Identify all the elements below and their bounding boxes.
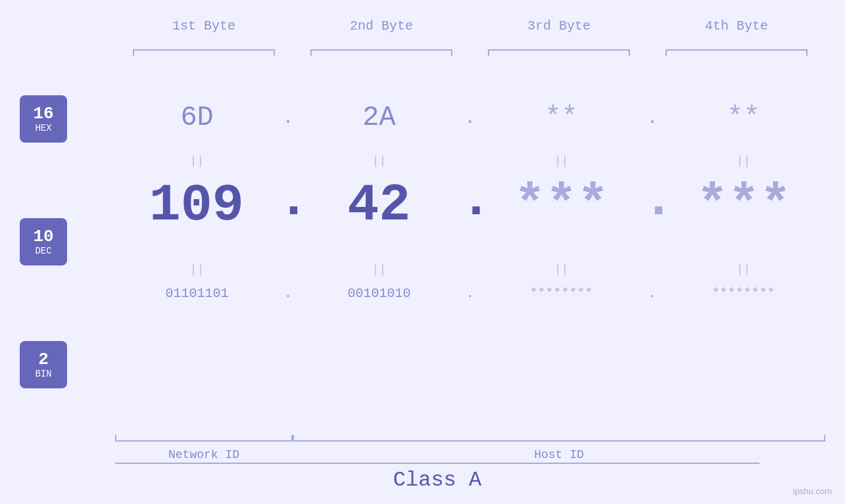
eq-1-2: || <box>297 154 461 168</box>
network-id-label: Network ID <box>115 448 293 461</box>
host-id-label: Host ID <box>293 448 825 461</box>
dec-label: DEC <box>35 246 51 256</box>
class-container: Class A <box>115 463 760 492</box>
eq-1-3: || <box>479 154 643 168</box>
eq-sym-1: || <box>190 154 205 168</box>
dec-cell-1: 109 <box>115 179 278 232</box>
bracket-3 <box>470 49 648 56</box>
bin-label: BIN <box>35 369 51 379</box>
byte-header-1: 1st Byte <box>115 18 293 34</box>
eq-1-4: || <box>662 154 825 168</box>
eq-1-1: || <box>115 154 279 168</box>
id-labels: Network ID Host ID <box>115 448 825 461</box>
hex-cell-4: ** <box>662 102 825 133</box>
bin-num: 2 <box>38 350 49 369</box>
network-bracket <box>115 435 293 442</box>
rows-container: 6D . 2A . ** . ** || || <box>115 72 825 438</box>
bracket-4 <box>648 49 825 56</box>
bin-dot-1: . <box>279 286 297 301</box>
eq-2-3: || <box>479 263 643 276</box>
base-labels: 16 HEX 10 DEC 2 BIN <box>20 95 67 388</box>
dec-val-1: 109 <box>149 179 244 232</box>
bin-cell-1: 01101101 <box>115 286 279 301</box>
dec-cell-2: 42 <box>298 179 461 232</box>
bracket-1 <box>115 49 293 56</box>
main-container: 1st Byte 2nd Byte 3rd Byte 4th Byte 16 H… <box>0 0 845 504</box>
hex-val-4: ** <box>727 102 760 133</box>
eq-sym-3: || <box>554 154 569 168</box>
hex-val-2: 2A <box>362 102 395 133</box>
bin-val-2: 00101010 <box>348 286 411 301</box>
dec-val-3: *** <box>514 179 609 232</box>
bin-dot-2: . <box>461 286 479 301</box>
hex-cell-2: 2A <box>297 102 461 133</box>
hex-num: 16 <box>33 104 53 124</box>
byte-header-3: 3rd Byte <box>470 18 648 34</box>
byte-header-2: 2nd Byte <box>293 18 470 34</box>
eq-row-2: || || || || <box>115 263 825 276</box>
dec-row: 109 . 42 . *** . *** <box>115 174 825 232</box>
class-label: Class A <box>115 464 760 492</box>
dec-cell-4: *** <box>663 179 826 232</box>
hex-badge: 16 HEX <box>20 95 67 143</box>
byte-header-4: 4th Byte <box>648 18 825 34</box>
eq-sym-2: || <box>372 154 387 168</box>
hex-val-1: 6D <box>180 102 213 133</box>
eq-2-4: || <box>662 263 825 276</box>
dec-dot-3: . <box>643 174 663 232</box>
hex-cell-1: 6D <box>115 102 279 133</box>
eq-2-1: || <box>115 263 279 276</box>
dec-cell-3: *** <box>480 179 643 232</box>
eq-2-2: || <box>297 263 461 276</box>
byte-headers: 1st Byte 2nd Byte 3rd Byte 4th Byte <box>115 18 825 34</box>
eq-row-1: || || || || <box>115 154 825 168</box>
dec-dot-1: . <box>278 174 298 232</box>
watermark: ipshu.com <box>793 486 832 496</box>
hex-row: 6D . 2A . ** . ** <box>115 102 825 133</box>
bin-val-3: ******** <box>529 286 592 301</box>
hex-dot-3: . <box>643 108 662 128</box>
dec-val-4: *** <box>696 179 791 232</box>
eq2-sym-4: || <box>736 263 751 276</box>
bin-dot-3: . <box>643 286 662 301</box>
bin-cell-2: 00101010 <box>297 286 461 301</box>
hex-dot-1: . <box>279 108 297 128</box>
eq2-sym-3: || <box>554 263 569 276</box>
eq2-sym-1: || <box>190 263 205 276</box>
dec-dot-2: . <box>460 174 480 232</box>
bracket-2 <box>293 49 470 56</box>
bin-cell-4: ******** <box>662 286 825 301</box>
bin-cell-3: ******** <box>479 286 643 301</box>
hex-val-3: ** <box>544 102 577 133</box>
host-bracket <box>293 435 825 442</box>
bin-val-1: 01101101 <box>166 286 229 301</box>
hex-cell-3: ** <box>479 102 643 133</box>
dec-val-2: 42 <box>347 179 410 232</box>
top-bracket-lines <box>115 49 825 56</box>
eq-sym-4: || <box>736 154 751 168</box>
hex-dot-2: . <box>461 108 479 128</box>
bin-badge: 2 BIN <box>20 341 67 388</box>
hex-label: HEX <box>35 123 51 133</box>
dec-num: 10 <box>33 227 53 246</box>
dec-badge: 10 DEC <box>20 218 67 265</box>
eq2-sym-2: || <box>372 263 387 276</box>
bin-row: 01101101 . 00101010 . ******** . *******… <box>115 286 825 301</box>
bin-val-4: ******** <box>712 286 775 301</box>
bottom-brackets <box>115 435 825 442</box>
